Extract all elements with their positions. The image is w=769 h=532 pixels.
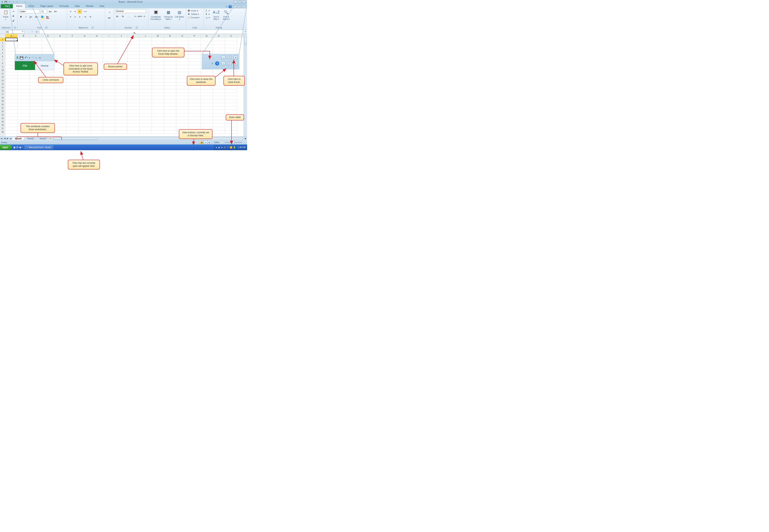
row-header[interactable]: 6 bbox=[0, 55, 5, 58]
tab-insert[interactable]: Insert bbox=[25, 4, 37, 8]
merge-center-icon[interactable]: ⬌▼ bbox=[107, 16, 112, 20]
column-header[interactable]: H bbox=[91, 34, 103, 38]
tab-formulas[interactable]: Formulas bbox=[56, 4, 72, 8]
row-header[interactable]: 28 bbox=[0, 130, 5, 134]
align-middle-icon[interactable]: ≡ bbox=[73, 9, 77, 14]
tab-review[interactable]: Review bbox=[83, 4, 96, 8]
column-header[interactable]: F bbox=[66, 34, 79, 38]
format-cells-button[interactable]: ⬜Format ▾ bbox=[187, 16, 199, 19]
column-header[interactable]: E bbox=[54, 34, 66, 38]
cells-area[interactable] bbox=[5, 38, 244, 134]
increase-font-icon[interactable]: A▲ bbox=[48, 9, 52, 14]
zoom-in-button[interactable]: + bbox=[243, 141, 246, 144]
column-header[interactable]: L bbox=[140, 34, 152, 38]
orientation-icon[interactable]: ⤡▼ bbox=[83, 9, 88, 14]
row-header[interactable]: 16 bbox=[0, 89, 5, 93]
restore-button[interactable]: ❐ bbox=[238, 1, 241, 3]
row-header[interactable]: 7 bbox=[0, 58, 5, 62]
select-all-corner[interactable] bbox=[0, 34, 5, 38]
workbook-minimize-button[interactable]: — bbox=[233, 5, 236, 8]
tab-file[interactable]: File bbox=[1, 4, 13, 8]
column-header[interactable]: I bbox=[103, 34, 115, 38]
column-header[interactable]: P bbox=[188, 34, 201, 38]
cell-styles-button[interactable]: ▤ Cell Styles ▾ bbox=[175, 9, 184, 20]
zoom-slider[interactable] bbox=[225, 142, 242, 143]
row-header[interactable]: 14 bbox=[0, 82, 5, 86]
align-center-icon[interactable]: ≡ bbox=[73, 15, 77, 19]
fill-color-icon[interactable]: 🪣▼ bbox=[41, 15, 45, 19]
row-header[interactable]: 21 bbox=[0, 106, 5, 110]
row-header[interactable]: 3 bbox=[0, 45, 5, 48]
sheet-nav-last[interactable]: ⏭ bbox=[9, 137, 12, 140]
column-header[interactable]: B bbox=[18, 34, 30, 38]
format-as-table-button[interactable]: ▦ Format as Table ▾ bbox=[163, 9, 174, 20]
row-header[interactable]: 27 bbox=[0, 127, 5, 130]
tray-icon[interactable]: ⚙ bbox=[221, 146, 223, 149]
tab-home[interactable]: Home bbox=[13, 4, 25, 8]
undo-icon[interactable]: ↶ bbox=[8, 0, 11, 3]
start-button[interactable]: start bbox=[0, 145, 12, 150]
accounting-icon[interactable]: $▼ bbox=[115, 14, 120, 18]
row-header[interactable]: 10 bbox=[0, 69, 5, 72]
fx-icon[interactable]: fx bbox=[34, 31, 39, 33]
column-header[interactable]: C bbox=[30, 34, 42, 38]
align-bottom-icon[interactable]: ≡ bbox=[78, 9, 82, 14]
column-header[interactable]: M bbox=[152, 34, 164, 38]
close-button[interactable]: ✕ bbox=[242, 1, 245, 3]
row-header[interactable]: 11 bbox=[0, 72, 5, 75]
underline-button[interactable]: U▼ bbox=[29, 15, 33, 19]
column-header[interactable]: Q bbox=[201, 34, 213, 38]
comma-icon[interactable]: , bbox=[126, 14, 130, 18]
tray-icon[interactable]: 🛡 bbox=[227, 146, 229, 148]
row-header[interactable]: 19 bbox=[0, 99, 5, 103]
font-size-select[interactable] bbox=[40, 10, 47, 13]
normal-view-button[interactable]: ▦ bbox=[200, 141, 204, 144]
decrease-decimal-icon[interactable]: .00→.0 bbox=[140, 14, 144, 18]
row-header[interactable]: 12 bbox=[0, 75, 5, 79]
sheet-nav-prev[interactable]: ◀ bbox=[3, 137, 6, 140]
sheet-nav-next[interactable]: ▶ bbox=[6, 137, 9, 140]
taskbar-item-excel[interactable]: X Microsoft Excel - Book1 bbox=[24, 145, 53, 149]
column-header[interactable]: R bbox=[213, 34, 225, 38]
increase-indent-icon[interactable]: ⇥ bbox=[88, 15, 92, 19]
find-select-button[interactable]: 🔍 Find & Select ▾ bbox=[221, 9, 231, 20]
font-color-icon[interactable]: A▼ bbox=[46, 15, 50, 19]
page-break-view-button[interactable]: ⊞ bbox=[207, 141, 211, 144]
minimize-button[interactable]: — bbox=[234, 1, 237, 3]
number-format-select[interactable] bbox=[115, 9, 146, 13]
redo-dropdown-icon[interactable]: ▼ bbox=[19, 0, 22, 3]
font-name-select[interactable] bbox=[19, 10, 40, 13]
increase-decimal-icon[interactable]: .0→.00 bbox=[135, 14, 139, 18]
sort-filter-button[interactable]: A↓Z Sort & Filter ▾ bbox=[212, 9, 221, 20]
copy-icon[interactable]: ⧉ bbox=[11, 14, 15, 18]
row-header[interactable]: 24 bbox=[0, 117, 5, 120]
quicklaunch-chrome-icon[interactable]: ◉ bbox=[19, 146, 21, 149]
tray-icon[interactable]: 🔊 bbox=[223, 146, 226, 149]
tab-page-layout[interactable]: Page Layout bbox=[37, 4, 56, 8]
cut-icon[interactable]: ✂ bbox=[11, 9, 15, 14]
expand-formula-icon[interactable]: ▼ bbox=[245, 31, 246, 33]
page-layout-view-button[interactable]: ▭ bbox=[204, 141, 207, 144]
column-header[interactable]: N bbox=[164, 34, 176, 38]
tray-icon[interactable]: ◉ bbox=[218, 146, 220, 149]
borders-icon[interactable]: ⊞▼ bbox=[35, 15, 39, 19]
wrap-text-icon[interactable]: ⤶ bbox=[107, 10, 112, 14]
sheet-nav-first[interactable]: ⏮ bbox=[0, 137, 3, 140]
workbook-restore-button[interactable]: ❐ bbox=[237, 5, 241, 8]
customize-qat-icon[interactable]: ▾ bbox=[24, 0, 27, 3]
tray-icon[interactable]: ▲ bbox=[215, 146, 217, 148]
zoom-out-button[interactable]: − bbox=[220, 141, 223, 144]
column-header[interactable]: O bbox=[176, 34, 188, 38]
alignment-dialog-launcher[interactable] bbox=[92, 27, 94, 29]
percent-icon[interactable]: % bbox=[121, 14, 125, 18]
row-header[interactable]: 8 bbox=[0, 62, 5, 65]
column-header[interactable]: J bbox=[115, 34, 127, 38]
clear-button[interactable]: ◿▾ bbox=[205, 16, 210, 19]
formula-input[interactable] bbox=[39, 30, 243, 34]
insert-cells-button[interactable]: ➕Insert ▾ bbox=[187, 9, 198, 12]
quicklaunch-ie-icon[interactable]: ⓔ bbox=[16, 146, 18, 149]
tab-view[interactable]: View bbox=[96, 4, 107, 8]
save-icon[interactable]: 💾 bbox=[4, 0, 7, 3]
column-header[interactable]: K bbox=[127, 34, 140, 38]
decrease-indent-icon[interactable]: ⇤ bbox=[83, 15, 88, 19]
